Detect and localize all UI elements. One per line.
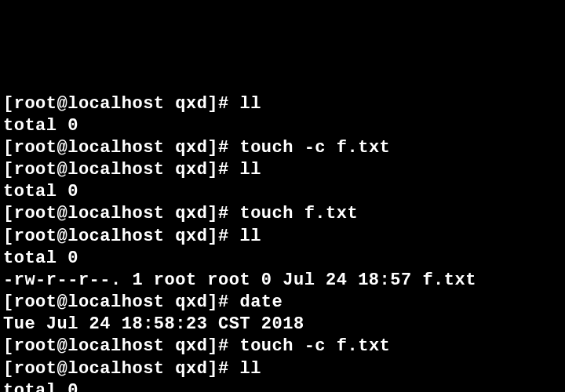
shell-prompt: [root@localhost qxd]#	[3, 138, 239, 158]
shell-command: touch -c f.txt	[239, 138, 390, 158]
shell-prompt: [root@localhost qxd]#	[3, 359, 239, 379]
shell-command: ll	[239, 227, 261, 246]
shell-output: total 0	[3, 182, 78, 201]
terminal-line: total 0	[3, 115, 562, 137]
terminal-line: -rw-r--r--. 1 root root 0 Jul 24 18:57 f…	[3, 270, 562, 292]
shell-output: total 0	[3, 116, 78, 136]
terminal-line: total 0	[3, 181, 562, 203]
terminal-line: total 0	[3, 380, 562, 392]
shell-prompt: [root@localhost qxd]#	[3, 336, 239, 356]
shell-prompt: [root@localhost qxd]#	[3, 94, 239, 114]
terminal-line: [root@localhost qxd]# ll	[3, 358, 562, 380]
shell-command: touch -c f.txt	[239, 336, 390, 356]
terminal-line: [root@localhost qxd]# ll	[3, 93, 562, 115]
terminal-line: [root@localhost qxd]# touch -c f.txt	[3, 137, 562, 159]
shell-command: touch f.txt	[239, 204, 358, 223]
shell-command: ll	[239, 359, 261, 379]
shell-prompt: [root@localhost qxd]#	[3, 204, 239, 223]
terminal-screen[interactable]: [root@localhost qxd]# lltotal 0[root@loc…	[3, 93, 562, 392]
shell-command: ll	[239, 160, 261, 180]
shell-output: total 0	[3, 249, 78, 268]
terminal-line: Tue Jul 24 18:58:23 CST 2018	[3, 314, 562, 336]
shell-command: ll	[239, 94, 261, 114]
shell-output: -rw-r--r--. 1 root root 0 Jul 24 18:57 f…	[3, 270, 476, 290]
shell-prompt: [root@localhost qxd]#	[3, 160, 239, 180]
terminal-line: [root@localhost qxd]# touch f.txt	[3, 203, 562, 225]
terminal-line: total 0	[3, 248, 562, 270]
shell-prompt: [root@localhost qxd]#	[3, 227, 239, 246]
shell-output: total 0	[3, 381, 78, 392]
shell-command: date	[239, 292, 282, 312]
shell-output: Tue Jul 24 18:58:23 CST 2018	[3, 314, 304, 334]
terminal-line: [root@localhost qxd]# ll	[3, 159, 562, 181]
terminal-line: [root@localhost qxd]# ll	[3, 226, 562, 248]
terminal-line: [root@localhost qxd]# date	[3, 292, 562, 314]
terminal-line: [root@localhost qxd]# touch -c f.txt	[3, 336, 562, 358]
shell-prompt: [root@localhost qxd]#	[3, 292, 239, 312]
